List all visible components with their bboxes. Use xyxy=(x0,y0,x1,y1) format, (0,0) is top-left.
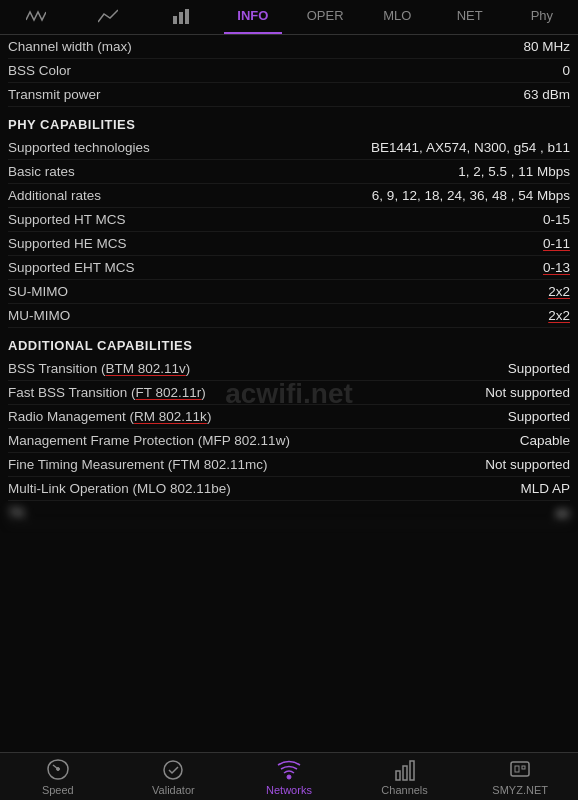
row-bss-color: BSS Color 0 xyxy=(8,59,570,83)
bottom-networks[interactable]: Networks xyxy=(231,759,347,796)
svg-point-5 xyxy=(164,761,182,779)
svg-rect-9 xyxy=(410,761,414,780)
svg-rect-7 xyxy=(396,771,400,780)
phy-capabilities-header: PHY CAPABILITIES xyxy=(8,107,570,136)
bottom-smyz[interactable]: SMYZ.NET xyxy=(462,759,578,796)
tab-mlo[interactable]: MLO xyxy=(361,0,433,34)
svg-rect-2 xyxy=(185,9,189,24)
row-transmit-power: Transmit power 63 dBm xyxy=(8,83,570,107)
svg-rect-12 xyxy=(522,766,525,769)
svg-rect-0 xyxy=(173,16,177,24)
svg-rect-8 xyxy=(403,766,407,780)
row-channel-width: Channel width (max) 80 MHz xyxy=(8,35,570,59)
svg-rect-1 xyxy=(179,12,183,24)
bottom-networks-label: Networks xyxy=(266,784,312,796)
row-mlo: Multi-Link Operation (MLO 802.11be) MLD … xyxy=(8,477,570,501)
row-supported-technologies: Supported technologies BE1441, AX574, N3… xyxy=(8,136,570,160)
svg-point-6 xyxy=(287,775,291,779)
row-basic-rates: Basic rates 1, 2, 5.5 , 11 Mbps xyxy=(8,160,570,184)
bottom-channels-label: Channels xyxy=(381,784,427,796)
row-ht-mcs: Supported HT MCS 0-15 xyxy=(8,208,570,232)
svg-rect-10 xyxy=(511,762,529,776)
svg-rect-11 xyxy=(515,766,519,772)
row-mu-mimo: MU-MIMO 2x2 xyxy=(8,304,570,328)
bottom-validator[interactable]: Validator xyxy=(116,759,232,796)
bottom-channels[interactable]: Channels xyxy=(347,759,463,796)
tab-phy[interactable]: Phy xyxy=(506,0,578,34)
tab-chart[interactable] xyxy=(72,0,144,34)
top-nav: INFO OPER MLO NET Phy xyxy=(0,0,578,35)
row-ftm: Fine Timing Measurement (FTM 802.11mc) N… xyxy=(8,453,570,477)
row-blurred: 76: ac xyxy=(8,501,570,525)
row-bss-transition: BSS Transition (BTM 802.11v) Supported xyxy=(8,357,570,381)
tab-net[interactable]: NET xyxy=(434,0,506,34)
bottom-smyz-label: SMYZ.NET xyxy=(492,784,548,796)
row-mfp: Management Frame Protection (MFP 802.11w… xyxy=(8,429,570,453)
tab-bar[interactable] xyxy=(145,0,217,34)
row-eht-mcs: Supported EHT MCS 0-13 xyxy=(8,256,570,280)
svg-point-4 xyxy=(56,768,59,771)
row-su-mimo: SU-MIMO 2x2 xyxy=(8,280,570,304)
additional-capabilities-header: ADDITIONAL CAPABILITIES xyxy=(8,328,570,357)
bottom-nav: Speed Validator Networks Channels SM xyxy=(0,752,578,800)
row-he-mcs: Supported HE MCS 0-11 xyxy=(8,232,570,256)
bottom-speed-label: Speed xyxy=(42,784,74,796)
main-content: Channel width (max) 80 MHz BSS Color 0 T… xyxy=(0,35,578,533)
bottom-speed[interactable]: Speed xyxy=(0,759,116,796)
row-fast-bss-transition: Fast BSS Transition (FT 802.11r) Not sup… xyxy=(8,381,570,405)
tab-oper[interactable]: OPER xyxy=(289,0,361,34)
row-radio-management: Radio Management (RM 802.11k) Supported xyxy=(8,405,570,429)
bottom-validator-label: Validator xyxy=(152,784,195,796)
tab-info[interactable]: INFO xyxy=(217,0,289,34)
tab-waves[interactable] xyxy=(0,0,72,34)
row-additional-rates: Additional rates 6, 9, 12, 18, 24, 36, 4… xyxy=(8,184,570,208)
